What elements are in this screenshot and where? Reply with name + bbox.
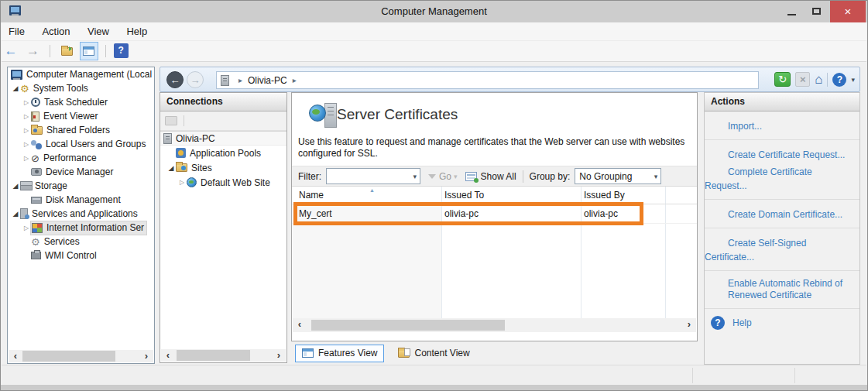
tree-item-wmi-control[interactable]: WMI Control [8,249,154,262]
separator [827,73,828,87]
expander-collapsed-icon[interactable]: ▷ [22,99,31,106]
tree-item-shared-folders[interactable]: ▷ Shared Folders [8,123,154,137]
menu-action[interactable]: Action [35,22,77,41]
tab-features-view[interactable]: Features View [295,345,384,362]
expander-expanded-icon[interactable]: ◢ [11,182,20,190]
expander-expanded-icon[interactable]: ◢ [11,210,20,218]
save-connection-icon [165,116,177,125]
connection-item-application-pools[interactable]: Application Pools [160,146,286,160]
back-arrow-icon[interactable]: ← [2,41,20,61]
breadcrumb-separator-icon: ▸ [293,76,297,84]
action-create-certificate-request[interactable]: Create Certificate Request... [728,149,845,160]
column-header-issued-to[interactable]: Issued To [444,190,484,201]
selected-tree-item: Internet Information Ser [31,221,146,235]
tree-item-system-tools[interactable]: ◢ ⚙ System Tools [8,81,154,95]
expander-collapsed-icon[interactable]: ▷ [177,179,187,186]
maximize-button[interactable] [805,1,829,22]
expander-collapsed-icon[interactable]: ▷ [22,113,31,120]
tree-item-storage[interactable]: ◢ Storage [8,179,154,193]
scroll-left-icon[interactable]: ‹ [10,350,21,362]
tab-content-view[interactable]: Content View [384,345,475,362]
show-all-button[interactable]: Show All [481,171,516,182]
tree-item-task-scheduler[interactable]: ▷ Task Scheduler [8,95,154,109]
expander-collapsed-icon[interactable]: ▷ [22,141,31,148]
page-description: Use this feature to request and manage c… [298,136,691,159]
minimize-icon [787,14,796,15]
scroll-right-icon[interactable]: › [273,349,284,362]
menu-bar: File Action View Help [2,22,866,41]
minimize-button[interactable] [781,1,804,22]
action-help[interactable]: ? Help [705,309,859,337]
services-applications-icon [20,208,28,219]
scrollbar-thumb[interactable] [22,351,115,362]
breadcrumb-server[interactable]: Olivia-PC [248,75,287,86]
chevron-down-icon[interactable]: ▾ [654,173,658,180]
refresh-icon[interactable]: ↻ [774,72,791,87]
help-icon[interactable]: ? [114,43,129,58]
tree-item-internet-information-services[interactable]: ▷ Internet Information Ser [8,221,154,235]
action-import[interactable]: Import... [728,121,762,132]
menu-help[interactable]: Help [119,22,154,41]
connection-item-sites[interactable]: ◢ Sites [160,160,286,175]
scrollbar-thumb[interactable] [177,350,250,361]
action-enable-automatic-rebind[interactable]: Enable Automatic Rebind of Renewed Certi… [728,278,852,301]
connections-header: Connections [160,93,286,111]
expander-collapsed-icon[interactable]: ▷ [22,155,31,162]
title-bar[interactable]: Computer Management × [1,1,867,22]
breadcrumb[interactable]: ▸ Olivia-PC ▸ [216,71,759,89]
scroll-left-icon[interactable]: ‹ [294,318,305,331]
filter-input[interactable]: ▾ [326,168,420,184]
menu-view[interactable]: View [81,22,116,41]
shared-folders-icon [31,126,43,135]
help-link[interactable]: Help [732,317,752,329]
home-icon[interactable]: ⌂ [815,72,822,87]
chevron-down-icon[interactable]: ▾ [413,173,417,180]
action-complete-certificate-request[interactable]: Complete Certificate Request... [705,166,812,191]
show-console-tree-icon[interactable] [80,42,98,60]
tree-item-event-viewer[interactable]: ▷ Event Viewer [8,109,154,123]
expander-collapsed-icon[interactable]: ▷ [22,127,31,134]
tree-item-label: Event Viewer [43,111,98,122]
forward-arrow-icon[interactable]: → [23,41,42,61]
group-by-select[interactable]: No Grouping ▾ [575,168,661,184]
tree-item-performance[interactable]: ▷ ⊘ Performance [8,151,154,165]
tree-horizontal-scrollbar[interactable]: ‹ › [9,350,153,362]
tree-item-local-users-and-groups[interactable]: ▷ Local Users and Groups [8,137,154,151]
scroll-left-icon[interactable]: ‹ [163,349,173,362]
scroll-right-icon[interactable]: › [141,350,152,362]
column-header-issued-by[interactable]: Issued By [584,190,625,201]
sites-icon [176,163,187,172]
tree-item-label: Disk Management [46,194,121,205]
local-users-groups-icon [31,139,42,149]
tree-item-computer-management[interactable]: Computer Management (Local [8,67,154,81]
tree-item-services-and-applications[interactable]: ◢ Services and Applications [8,207,154,221]
scrollbar-thumb[interactable] [311,320,505,331]
connection-item-server[interactable]: Olivia-PC [160,131,286,146]
export-list-icon[interactable] [57,41,76,61]
action-create-self-signed-certificate[interactable]: Create Self-Signed Certificate... [705,238,806,262]
tree-item-label: System Tools [33,83,88,94]
scroll-right-icon[interactable]: › [684,318,695,331]
connections-horizontal-scrollbar[interactable]: ‹ › [161,349,286,362]
expander-expanded-icon[interactable]: ◢ [11,84,20,92]
show-all-icon[interactable] [465,172,477,181]
iis-forward-button[interactable]: → [187,71,204,88]
expander-expanded-icon[interactable]: ◢ [166,164,176,172]
connection-item-default-web-site[interactable]: ▷ Default Web Site [160,175,286,190]
action-create-domain-certificate[interactable]: Create Domain Certificate... [728,209,842,220]
page-title: Server Certificates [337,106,458,123]
close-button[interactable]: × [830,1,866,22]
menu-file[interactable]: File [2,22,32,41]
column-header-name[interactable]: Name [299,190,324,201]
tree-item-device-manager[interactable]: Device Manager [8,165,154,179]
tree-item-label: Local Users and Groups [46,139,146,149]
tree-item-disk-management[interactable]: Disk Management [8,193,154,207]
help-dropdown-icon[interactable]: ▾ [851,76,855,84]
table-header: ▲ Name Issued To Issued By [292,187,697,204]
table-row[interactable]: My_cert olivia-pc olivia-pc [292,204,697,224]
iis-help-icon[interactable]: ? [832,73,846,87]
tree-item-services[interactable]: ⚙ Services [8,235,154,249]
list-horizontal-scrollbar[interactable]: ‹ › [293,318,696,332]
iis-back-button[interactable]: ← [166,71,184,88]
expander-collapsed-icon[interactable]: ▷ [22,225,31,232]
